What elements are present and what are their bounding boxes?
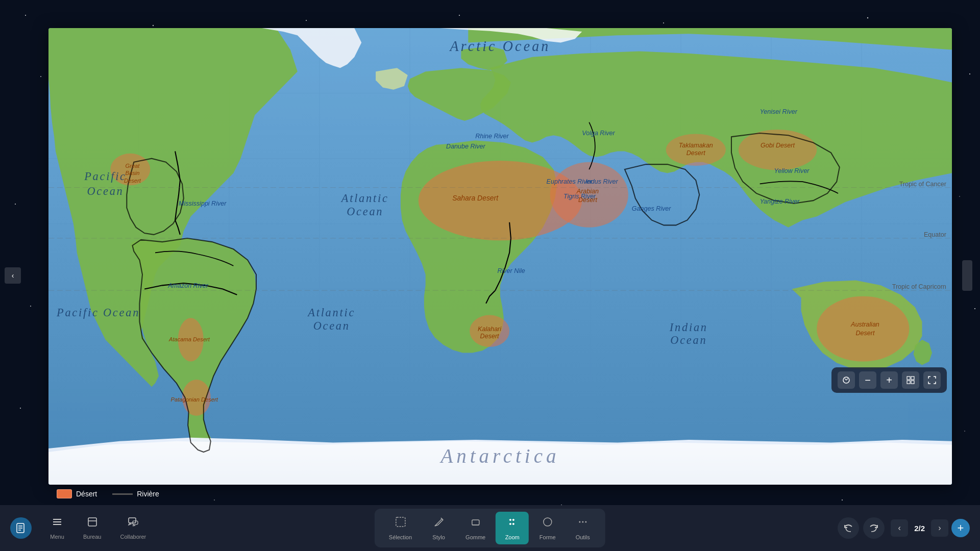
svg-text:Patagonian Desert: Patagonian Desert (171, 396, 218, 403)
zoom-icon (506, 516, 519, 531)
left-tools-group: Menu Bureau Collaborer (42, 512, 154, 544)
add-page-button[interactable]: + (951, 519, 970, 537)
svg-rect-163 (911, 377, 914, 380)
bureau-button[interactable]: Bureau (75, 512, 109, 544)
svg-text:Atlantic: Atlantic (340, 192, 389, 205)
svg-rect-165 (911, 381, 914, 384)
center-tools-group: Sélection Stylo Gomme (375, 509, 605, 547)
redo-button[interactable] (863, 517, 885, 539)
selection-label: Sélection (389, 534, 412, 540)
bureau-label: Bureau (83, 534, 101, 540)
svg-point-97 (817, 296, 909, 362)
svg-text:River Nile: River Nile (497, 267, 525, 274)
svg-point-7 (459, 15, 460, 16)
svg-text:Rhine River: Rhine River (475, 133, 509, 140)
bottom-toolbar: Menu Bureau Collaborer (0, 505, 980, 551)
svg-text:Desert: Desert (578, 196, 597, 204)
stylo-icon (433, 516, 445, 531)
selection-button[interactable]: Sélection (381, 512, 420, 544)
svg-text:Antarctica: Antarctica (439, 445, 560, 467)
svg-text:Tropic of Capricorn: Tropic of Capricorn (892, 283, 946, 290)
menu-icon (52, 516, 63, 531)
desert-legend-item: Désert (57, 489, 97, 498)
total-pages: 2 (921, 524, 925, 533)
desert-legend-label: Désert (76, 490, 97, 498)
zoom-button[interactable]: Zoom (496, 512, 529, 544)
left-sidebar-btn[interactable]: ‹ (5, 267, 21, 284)
svg-point-3 (153, 25, 154, 26)
undo-redo-group (838, 517, 885, 539)
gomme-button[interactable]: Gomme (457, 512, 494, 544)
svg-point-36 (959, 196, 960, 196)
svg-text:Amazon River: Amazon River (167, 282, 208, 289)
arctic-ocean-label: Arctic Ocean (449, 38, 551, 54)
svg-point-49 (20, 408, 21, 409)
svg-point-37 (30, 306, 31, 307)
view-controls: − + (831, 367, 947, 393)
svg-text:Basin: Basin (126, 170, 140, 176)
document-button[interactable] (10, 517, 32, 539)
svg-rect-164 (907, 381, 910, 384)
svg-point-9 (663, 22, 664, 23)
next-page-button[interactable]: › (931, 519, 948, 537)
svg-text:Tropic of Cancer: Tropic of Cancer (899, 181, 946, 188)
collaborer-button[interactable]: Collaborer (112, 512, 154, 544)
svg-text:Yellow River: Yellow River (774, 167, 810, 174)
svg-text:Indian: Indian (669, 321, 708, 334)
svg-rect-153 (396, 517, 405, 527)
svg-point-5 (306, 20, 307, 21)
svg-text:Desert: Desert (856, 330, 875, 337)
svg-rect-151 (129, 518, 136, 523)
svg-rect-155 (472, 520, 479, 525)
desert-color-swatch (57, 489, 72, 498)
left-sidebar: ‹ (0, 267, 26, 284)
svg-point-70 (842, 499, 843, 500)
zoom-in-button[interactable]: + (880, 371, 898, 389)
gomme-label: Gomme (465, 534, 485, 540)
svg-text:Ganges River: Ganges River (632, 205, 671, 212)
undo-button[interactable] (838, 517, 859, 539)
zoom-out-button[interactable]: − (859, 371, 876, 389)
selection-icon (394, 516, 406, 531)
svg-text:Atacama Desert: Atacama Desert (168, 336, 210, 342)
right-tools-group: ‹ 2/2 › + (838, 517, 970, 539)
svg-point-60 (964, 431, 965, 431)
svg-point-157 (544, 518, 552, 526)
outils-label: Outils (576, 534, 590, 540)
svg-text:Yenisei River: Yenisei River (760, 108, 798, 115)
svg-text:Indus River: Indus River (585, 178, 618, 185)
svg-text:Ocean: Ocean (670, 334, 707, 346)
svg-text:Desert: Desert (687, 149, 705, 157)
stylo-button[interactable]: Stylo (422, 512, 455, 544)
svg-point-24 (969, 73, 970, 74)
prev-page-button[interactable]: ‹ (891, 519, 908, 537)
svg-text:Pacific: Pacific (84, 170, 127, 183)
fullscreen-button[interactable] (923, 371, 941, 389)
svg-text:Ocean: Ocean (313, 319, 350, 332)
svg-text:Desert: Desert (480, 333, 499, 340)
grid-button[interactable] (902, 371, 919, 389)
forme-icon (542, 516, 554, 531)
svg-text:Australian: Australian (850, 321, 879, 328)
svg-point-158 (579, 521, 580, 523)
svg-point-159 (582, 521, 583, 523)
menu-button[interactable]: Menu (42, 512, 72, 544)
gomme-icon (470, 516, 482, 531)
svg-rect-162 (907, 377, 910, 380)
outils-icon (577, 516, 589, 531)
outils-button[interactable]: Outils (566, 512, 599, 544)
svg-text:Gobi Desert: Gobi Desert (761, 142, 795, 149)
river-line-swatch (112, 493, 133, 495)
svg-text:Arabian: Arabian (576, 188, 599, 195)
map-canvas[interactable]: Arctic Ocean Pacific Ocean Atlantic Ocea… (48, 28, 952, 485)
right-sidebar-handle[interactable] (962, 260, 972, 291)
svg-text:Volga River: Volga River (582, 130, 615, 137)
fit-view-button[interactable] (838, 371, 855, 389)
svg-text:Mississippi River: Mississippi River (179, 200, 227, 207)
svg-text:Sahara Desert: Sahara Desert (452, 194, 499, 202)
svg-text:Pacific Ocean: Pacific Ocean (56, 306, 140, 319)
forme-button[interactable]: Forme (531, 512, 564, 544)
svg-text:Great: Great (126, 163, 140, 169)
page-indicator: 2/2 (911, 524, 928, 533)
svg-point-13 (40, 76, 41, 77)
